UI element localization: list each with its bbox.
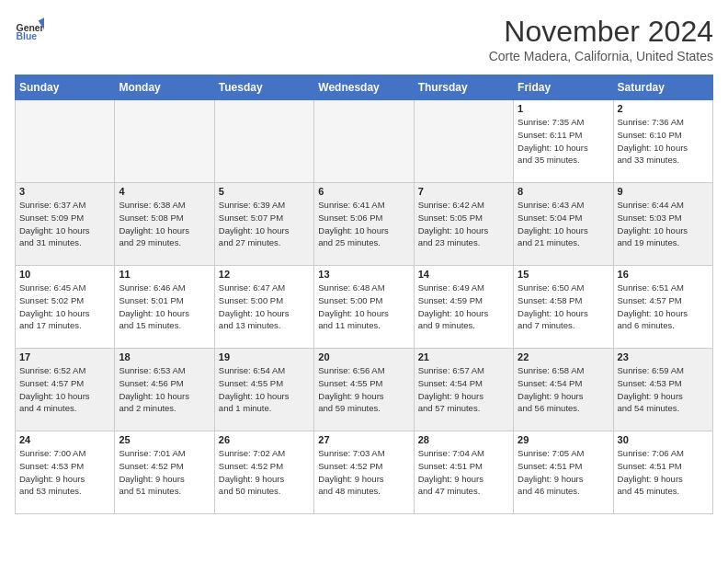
weekday-header-wednesday: Wednesday xyxy=(314,75,414,100)
day-info: Sunrise: 6:45 AM Sunset: 5:02 PM Dayligh… xyxy=(19,282,110,332)
day-info: Sunrise: 6:49 AM Sunset: 4:59 PM Dayligh… xyxy=(418,282,509,332)
day-number: 13 xyxy=(318,269,409,280)
day-number: 29 xyxy=(518,434,609,445)
calendar-day: 22Sunrise: 6:58 AM Sunset: 4:54 PM Dayli… xyxy=(514,349,613,431)
day-info: Sunrise: 7:05 AM Sunset: 4:51 PM Dayligh… xyxy=(518,447,609,498)
day-info: Sunrise: 7:06 AM Sunset: 4:51 PM Dayligh… xyxy=(618,447,709,498)
day-info: Sunrise: 6:41 AM Sunset: 5:06 PM Dayligh… xyxy=(318,199,409,249)
day-number: 17 xyxy=(19,351,110,362)
day-number: 28 xyxy=(418,434,509,445)
day-number: 10 xyxy=(19,269,110,280)
day-info: Sunrise: 7:03 AM Sunset: 4:52 PM Dayligh… xyxy=(318,447,409,498)
day-info: Sunrise: 6:57 AM Sunset: 4:54 PM Dayligh… xyxy=(418,364,509,415)
day-number: 4 xyxy=(119,186,210,197)
day-number: 21 xyxy=(418,351,509,362)
calendar-day: 19Sunrise: 6:54 AM Sunset: 4:55 PM Dayli… xyxy=(214,349,313,431)
calendar-day: 4Sunrise: 6:38 AM Sunset: 5:08 PM Daylig… xyxy=(115,183,214,266)
day-info: Sunrise: 6:47 AM Sunset: 5:00 PM Dayligh… xyxy=(219,282,310,332)
day-number: 2 xyxy=(618,103,709,114)
calendar-day: 29Sunrise: 7:05 AM Sunset: 4:51 PM Dayli… xyxy=(514,431,613,514)
calendar-day xyxy=(115,100,214,183)
day-info: Sunrise: 6:54 AM Sunset: 4:55 PM Dayligh… xyxy=(219,364,310,415)
calendar-day: 13Sunrise: 6:48 AM Sunset: 5:00 PM Dayli… xyxy=(314,266,414,349)
day-info: Sunrise: 6:50 AM Sunset: 4:58 PM Dayligh… xyxy=(518,282,609,332)
calendar-day: 21Sunrise: 6:57 AM Sunset: 4:54 PM Dayli… xyxy=(414,349,513,431)
logo-icon: General Blue xyxy=(15,15,44,44)
calendar-header-row: SundayMondayTuesdayWednesdayThursdayFrid… xyxy=(16,75,713,100)
day-number: 7 xyxy=(418,186,509,197)
calendar-week-2: 3Sunrise: 6:37 AM Sunset: 5:09 PM Daylig… xyxy=(16,183,713,266)
day-info: Sunrise: 6:53 AM Sunset: 4:56 PM Dayligh… xyxy=(119,364,210,415)
calendar-day: 9Sunrise: 6:44 AM Sunset: 5:03 PM Daylig… xyxy=(613,183,712,266)
day-number: 20 xyxy=(318,351,409,362)
weekday-header-saturday: Saturday xyxy=(613,75,712,100)
calendar-day: 1Sunrise: 7:35 AM Sunset: 6:11 PM Daylig… xyxy=(514,100,613,183)
calendar-week-1: 1Sunrise: 7:35 AM Sunset: 6:11 PM Daylig… xyxy=(16,100,713,183)
day-info: Sunrise: 6:38 AM Sunset: 5:08 PM Dayligh… xyxy=(119,199,210,249)
calendar-day: 18Sunrise: 6:53 AM Sunset: 4:56 PM Dayli… xyxy=(115,349,214,431)
calendar-day: 27Sunrise: 7:03 AM Sunset: 4:52 PM Dayli… xyxy=(314,431,414,514)
calendar-day: 3Sunrise: 6:37 AM Sunset: 5:09 PM Daylig… xyxy=(16,183,115,266)
day-info: Sunrise: 6:52 AM Sunset: 4:57 PM Dayligh… xyxy=(19,364,110,415)
weekday-header-monday: Monday xyxy=(115,75,214,100)
day-info: Sunrise: 7:04 AM Sunset: 4:51 PM Dayligh… xyxy=(418,447,509,498)
day-number: 3 xyxy=(19,186,110,197)
day-number: 14 xyxy=(418,269,509,280)
subtitle: Corte Madera, California, United States xyxy=(489,49,713,63)
page-header: General Blue November 2024 Corte Madera,… xyxy=(15,15,713,63)
calendar-day xyxy=(214,100,313,183)
day-info: Sunrise: 7:00 AM Sunset: 4:53 PM Dayligh… xyxy=(19,447,110,498)
day-info: Sunrise: 7:36 AM Sunset: 6:10 PM Dayligh… xyxy=(618,116,709,167)
calendar-day: 8Sunrise: 6:43 AM Sunset: 5:04 PM Daylig… xyxy=(514,183,613,266)
calendar-day: 15Sunrise: 6:50 AM Sunset: 4:58 PM Dayli… xyxy=(514,266,613,349)
calendar-day: 10Sunrise: 6:45 AM Sunset: 5:02 PM Dayli… xyxy=(16,266,115,349)
day-number: 6 xyxy=(318,186,409,197)
day-info: Sunrise: 6:37 AM Sunset: 5:09 PM Dayligh… xyxy=(19,199,110,249)
calendar-day: 30Sunrise: 7:06 AM Sunset: 4:51 PM Dayli… xyxy=(613,431,712,514)
day-number: 8 xyxy=(518,186,609,197)
day-info: Sunrise: 6:46 AM Sunset: 5:01 PM Dayligh… xyxy=(119,282,210,332)
day-info: Sunrise: 6:44 AM Sunset: 5:03 PM Dayligh… xyxy=(618,199,709,249)
day-info: Sunrise: 6:43 AM Sunset: 5:04 PM Dayligh… xyxy=(518,199,609,249)
calendar-day: 28Sunrise: 7:04 AM Sunset: 4:51 PM Dayli… xyxy=(414,431,513,514)
calendar-week-5: 24Sunrise: 7:00 AM Sunset: 4:53 PM Dayli… xyxy=(16,431,713,514)
main-title: November 2024 xyxy=(489,15,713,49)
day-info: Sunrise: 6:39 AM Sunset: 5:07 PM Dayligh… xyxy=(219,199,310,249)
calendar-day: 6Sunrise: 6:41 AM Sunset: 5:06 PM Daylig… xyxy=(314,183,414,266)
calendar-day: 7Sunrise: 6:42 AM Sunset: 5:05 PM Daylig… xyxy=(414,183,513,266)
calendar-week-3: 10Sunrise: 6:45 AM Sunset: 5:02 PM Dayli… xyxy=(16,266,713,349)
calendar-day: 24Sunrise: 7:00 AM Sunset: 4:53 PM Dayli… xyxy=(16,431,115,514)
calendar-day: 26Sunrise: 7:02 AM Sunset: 4:52 PM Dayli… xyxy=(214,431,313,514)
day-info: Sunrise: 6:42 AM Sunset: 5:05 PM Dayligh… xyxy=(418,199,509,249)
svg-text:Blue: Blue xyxy=(17,31,38,41)
day-number: 11 xyxy=(119,269,210,280)
calendar-day: 17Sunrise: 6:52 AM Sunset: 4:57 PM Dayli… xyxy=(16,349,115,431)
day-number: 25 xyxy=(119,434,210,445)
day-number: 24 xyxy=(19,434,110,445)
calendar-day: 12Sunrise: 6:47 AM Sunset: 5:00 PM Dayli… xyxy=(214,266,313,349)
calendar-day: 14Sunrise: 6:49 AM Sunset: 4:59 PM Dayli… xyxy=(414,266,513,349)
calendar-day: 23Sunrise: 6:59 AM Sunset: 4:53 PM Dayli… xyxy=(613,349,712,431)
weekday-header-thursday: Thursday xyxy=(414,75,513,100)
day-number: 12 xyxy=(219,269,310,280)
calendar-day: 11Sunrise: 6:46 AM Sunset: 5:01 PM Dayli… xyxy=(115,266,214,349)
day-number: 26 xyxy=(219,434,310,445)
day-info: Sunrise: 6:48 AM Sunset: 5:00 PM Dayligh… xyxy=(318,282,409,332)
calendar-day: 25Sunrise: 7:01 AM Sunset: 4:52 PM Dayli… xyxy=(115,431,214,514)
title-area: November 2024 Corte Madera, California, … xyxy=(489,15,713,63)
day-number: 9 xyxy=(618,186,709,197)
calendar-week-4: 17Sunrise: 6:52 AM Sunset: 4:57 PM Dayli… xyxy=(16,349,713,431)
logo: General Blue xyxy=(15,15,44,44)
day-number: 23 xyxy=(618,351,709,362)
day-info: Sunrise: 6:51 AM Sunset: 4:57 PM Dayligh… xyxy=(618,282,709,332)
day-info: Sunrise: 7:01 AM Sunset: 4:52 PM Dayligh… xyxy=(119,447,210,498)
calendar-day xyxy=(414,100,513,183)
calendar-table: SundayMondayTuesdayWednesdayThursdayFrid… xyxy=(15,75,713,514)
calendar-day xyxy=(314,100,414,183)
weekday-header-sunday: Sunday xyxy=(16,75,115,100)
weekday-header-tuesday: Tuesday xyxy=(214,75,313,100)
day-number: 30 xyxy=(618,434,709,445)
day-number: 5 xyxy=(219,186,310,197)
day-number: 18 xyxy=(119,351,210,362)
calendar-day: 2Sunrise: 7:36 AM Sunset: 6:10 PM Daylig… xyxy=(613,100,712,183)
